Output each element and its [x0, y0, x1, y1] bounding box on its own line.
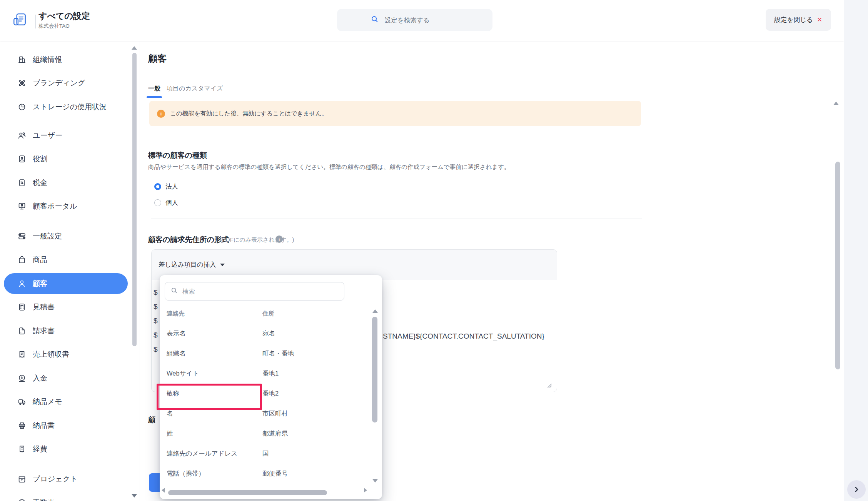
sales-receipt-icon: [18, 350, 26, 359]
sidebar-item-expenses[interactable]: 経費: [0, 438, 133, 461]
sidebar-scrollbar[interactable]: [132, 53, 137, 346]
dropdown-scroll-up-icon[interactable]: [372, 309, 378, 313]
sidebar-main-divider: [140, 41, 140, 501]
sidebar-item-general-settings[interactable]: 一般設定: [0, 225, 133, 248]
expense-receipt-icon: [18, 445, 26, 453]
merge-field-option[interactable]: Webサイト: [167, 364, 259, 384]
users-icon: [18, 131, 26, 140]
merge-field-option[interactable]: 都道府県: [262, 424, 355, 444]
search-input[interactable]: [384, 16, 459, 24]
sidebar-item-timesheets[interactable]: 工数表: [0, 491, 133, 501]
project-board-icon: [18, 475, 26, 483]
dropdown-search-box[interactable]: [165, 282, 344, 301]
right-rail: [844, 0, 868, 501]
sidebar-item-invoices[interactable]: 請求書: [0, 319, 133, 342]
sidebar-item-projects[interactable]: プロジェクト: [0, 468, 133, 491]
sidebar-item-sales-receipts[interactable]: 売上領収書: [0, 343, 133, 366]
sidebar-item-payments[interactable]: 入金: [0, 367, 133, 390]
caret-down-icon: [220, 264, 225, 266]
toggles-icon: [18, 232, 26, 240]
tab-field-customization[interactable]: 項目のカスタマイズ: [167, 85, 223, 93]
hidden-section-heading-fragment: 顧: [148, 415, 155, 425]
calculator-document-icon: [18, 303, 26, 311]
column-header: 連絡先: [167, 304, 259, 324]
sidebar-item-customer-portal[interactable]: 顧客ポータル: [0, 195, 133, 218]
shopping-bag-icon: [18, 256, 26, 264]
dropdown-search-input[interactable]: [182, 287, 329, 296]
merge-field-option[interactable]: 市区町村: [262, 404, 355, 424]
merge-field-option[interactable]: 姓: [167, 424, 259, 444]
merge-field-option[interactable]: 郵便番号: [262, 464, 355, 484]
pie-chart-icon: [18, 103, 26, 111]
contact-fields-column: 連絡先 表示名 組織名 Webサイト 敬称 名 姓 連絡先のメールアドレス 電話…: [167, 304, 259, 484]
radio-corporate-label[interactable]: 法人: [165, 182, 178, 191]
radio-individual-label[interactable]: 個人: [165, 199, 178, 207]
search-icon: [171, 287, 178, 296]
active-tab-underline: [147, 96, 162, 98]
dropdown-vertical-scrollbar[interactable]: [372, 317, 377, 423]
person-icon: [18, 279, 26, 288]
building-icon: [18, 55, 26, 64]
address-template-fragment: STNAME}${CONTACT.CONTACT_SALUTATION}: [383, 329, 544, 343]
sidebar-item-organization[interactable]: 組織情報: [0, 48, 133, 71]
section-divider: [151, 219, 642, 219]
address-format-heading: 顧客の請求先住所の形式: [148, 235, 229, 245]
expand-chevron-button[interactable]: [847, 480, 866, 499]
dropdown-scroll-down-icon[interactable]: [372, 479, 378, 483]
sidebar-item-customers[interactable]: 顧客: [4, 273, 128, 294]
dropdown-scroll-right-icon[interactable]: [364, 488, 367, 493]
customer-type-heading: 標準の顧客の種類: [148, 150, 207, 160]
merge-field-option[interactable]: 表示名: [167, 324, 259, 344]
sidebar-item-delivery-slips[interactable]: 納品書: [0, 414, 133, 437]
radio-corporate[interactable]: [154, 183, 161, 190]
merge-field-dropdown: 連絡先 表示名 組織名 Webサイト 敬称 名 姓 連絡先のメールアドレス 電話…: [160, 275, 382, 499]
merge-field-option[interactable]: 番地1: [262, 364, 355, 384]
merge-field-option[interactable]: 名: [167, 404, 259, 424]
sidebar-item-storage[interactable]: ストレージの使用状況: [0, 95, 133, 119]
content-scroll-up-icon[interactable]: [833, 102, 839, 105]
radio-individual[interactable]: [154, 199, 161, 206]
header-divider: [35, 15, 36, 28]
address-template-textarea[interactable]: $$$$$: [154, 285, 158, 356]
content-scrollbar[interactable]: [835, 162, 840, 369]
merge-field-option[interactable]: 国: [262, 444, 355, 464]
merge-field-option-salutation[interactable]: 敬称: [167, 384, 259, 404]
warning-banner: i この機能を有効にした後、無効にすることはできません。: [149, 101, 641, 126]
section-page-title: 顧客: [148, 52, 167, 65]
column-header: 住所: [262, 304, 355, 324]
tax-document-icon: [18, 179, 26, 187]
sidebar-item-roles[interactable]: 役割: [0, 147, 133, 170]
textarea-resize-handle[interactable]: [546, 382, 553, 390]
sidebar-item-delivery-notes[interactable]: 納品メモ: [0, 390, 133, 413]
info-icon: i: [157, 110, 165, 118]
close-icon: ✕: [817, 16, 822, 24]
sidebar-item-branding[interactable]: ブランディング: [0, 72, 133, 95]
sidebar-item-taxes[interactable]: 税金: [0, 171, 133, 194]
sidebar-item-users[interactable]: ユーザー: [0, 124, 133, 147]
info-tooltip-icon[interactable]: i: [275, 235, 283, 243]
sidebar-item-estimates[interactable]: 見積書: [0, 296, 133, 319]
page-title: すべての設定: [38, 10, 90, 22]
chevron-right-icon: [853, 486, 860, 493]
dropdown-horizontal-scrollbar[interactable]: [168, 490, 327, 495]
sidebar-item-items[interactable]: 商品: [0, 248, 133, 271]
close-settings-button[interactable]: 設定を閉じる ✕: [766, 9, 831, 31]
portal-monitor-icon: [18, 202, 26, 210]
merge-field-option[interactable]: 宛名: [262, 324, 355, 344]
tab-general[interactable]: 一般: [148, 85, 160, 93]
id-badge-icon: [18, 155, 26, 163]
printer-icon: [18, 421, 26, 430]
settings-search[interactable]: [337, 9, 492, 31]
merge-field-option[interactable]: 組織名: [167, 344, 259, 364]
app-header: すべての設定 株式会社TAO 設定を閉じる ✕: [0, 0, 844, 41]
org-name: 株式会社TAO: [38, 23, 70, 30]
merge-field-option[interactable]: 町名・番地: [262, 344, 355, 364]
invoice-document-icon: [18, 327, 26, 335]
app-logo-icon: [12, 12, 28, 30]
dropdown-scroll-left-icon[interactable]: [162, 488, 165, 493]
customer-type-description: 商品やサービスを適用する顧客の標準の種類を選択してください。標準の顧客の種類は、…: [148, 163, 510, 171]
merge-field-option[interactable]: 連絡先のメールアドレス: [167, 444, 259, 464]
payment-download-icon: [18, 374, 26, 382]
merge-field-option[interactable]: 電話（携帯）: [167, 464, 259, 484]
merge-field-option[interactable]: 番地2: [262, 384, 355, 404]
